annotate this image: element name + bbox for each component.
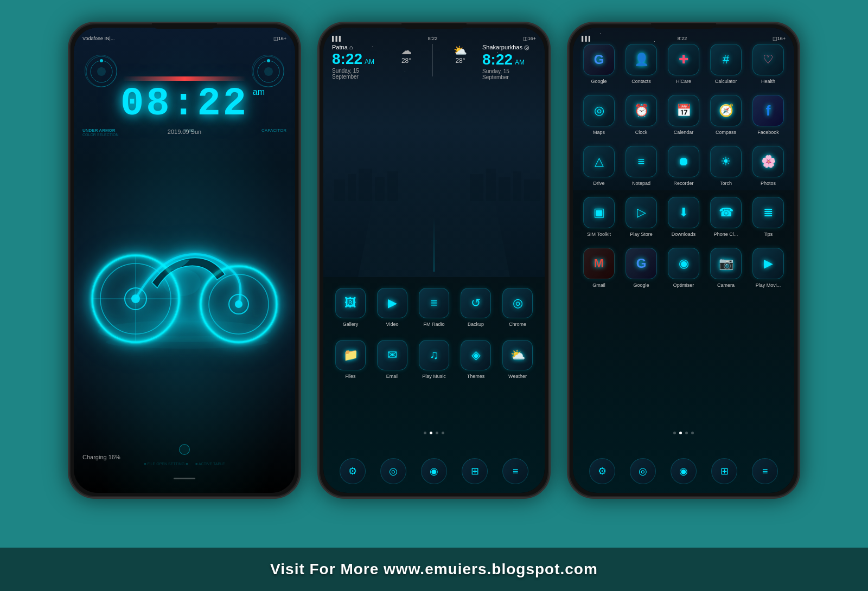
- p3-tips[interactable]: ≣ Tips: [749, 197, 788, 237]
- app-fmradio-label: FM Radio: [423, 322, 444, 327]
- svg-point-22: [163, 269, 201, 296]
- p3-bottom-grid[interactable]: ⊞: [711, 458, 737, 484]
- bottom-menu[interactable]: ≡: [502, 458, 528, 484]
- p3-camera-icon[interactable]: 📷: [710, 248, 742, 279]
- p3-notepad-icon[interactable]: ≡: [626, 146, 657, 177]
- recorder-icon-sym: ⏺: [678, 155, 690, 169]
- app-playmusic-icon[interactable]: ♫: [419, 340, 449, 370]
- svg-rect-29: [375, 177, 385, 201]
- app-files-icon[interactable]: 📁: [335, 340, 366, 370]
- p3-recorder[interactable]: ⏺ Recorder: [664, 146, 703, 186]
- app-backup-icon[interactable]: ↺: [461, 288, 491, 318]
- p3-playstore[interactable]: ▷ Play Store: [622, 197, 661, 237]
- p3-calculator-icon[interactable]: #: [710, 44, 742, 75]
- p3-google-icon[interactable]: G: [583, 44, 615, 75]
- app-chrome[interactable]: ◎ Chrome: [499, 288, 536, 327]
- svg-point-3: [100, 59, 103, 62]
- app-files[interactable]: 📁 Files: [332, 340, 369, 379]
- p3-bottom-camera[interactable]: ◉: [671, 458, 697, 484]
- phone-3: ▌▌▌ 8:22 ◫16+ G Google 👤 Contacts: [567, 22, 800, 499]
- p3-camera[interactable]: 📷 Camera: [706, 248, 745, 288]
- p3-bottom-menu[interactable]: ≡: [752, 458, 778, 484]
- app-video[interactable]: ▶ Video: [374, 288, 411, 327]
- bottom-settings[interactable]: ⚙: [340, 458, 366, 484]
- p3-playmovie-icon[interactable]: ▶: [752, 248, 784, 279]
- app-email-icon[interactable]: ✉: [377, 340, 407, 370]
- p3-contacts-icon[interactable]: 👤: [626, 44, 657, 75]
- p3-google2[interactable]: G Google: [622, 248, 661, 288]
- p3-calendar-icon[interactable]: 📅: [668, 95, 699, 126]
- app-weather-icon[interactable]: ⛅: [502, 340, 533, 370]
- gallery-symbol: 🖼: [344, 296, 356, 310]
- phone3-row-2: ◎ Maps ⏰ Clock 📅 Calendar 🧭 Compass: [579, 95, 788, 135]
- app-weather-label: Weather: [508, 374, 527, 379]
- app-themes-icon[interactable]: ◈: [461, 340, 491, 370]
- p3-maps[interactable]: ◎ Maps: [579, 95, 618, 135]
- p3-health[interactable]: ♡ Health: [749, 44, 788, 84]
- app-backup[interactable]: ↺ Backup: [457, 288, 494, 327]
- app-gallery-icon[interactable]: 🖼: [335, 288, 366, 318]
- app-themes[interactable]: ◈ Themes: [457, 340, 494, 379]
- phone1-circle-nav[interactable]: [179, 444, 190, 455]
- p3-recorder-icon[interactable]: ⏺: [668, 146, 699, 177]
- maps-icon-sym: ◎: [594, 104, 604, 118]
- p3-clock-icon[interactable]: ⏰: [626, 95, 657, 126]
- p3-simtoolkit[interactable]: ▣ SIM Toolkit: [579, 197, 618, 237]
- p3-hicare[interactable]: ✚ HiCare: [664, 44, 703, 84]
- p3-photos-icon[interactable]: 🌸: [752, 146, 784, 177]
- app-gallery[interactable]: 🖼 Gallery: [332, 288, 369, 327]
- p3-contacts[interactable]: 👤 Contacts: [622, 44, 661, 84]
- p3-clock[interactable]: ⏰ Clock: [622, 95, 661, 135]
- p3-simtoolkit-icon[interactable]: ▣: [583, 197, 615, 228]
- p3-optimiser-icon[interactable]: ◉: [668, 248, 699, 279]
- p3-bottom-settings[interactable]: ⚙: [589, 458, 615, 484]
- phone1-battery: ◫16+: [273, 36, 286, 41]
- p3-hicare-icon[interactable]: ✚: [668, 44, 699, 75]
- p3-downloads[interactable]: ⬇ Downloads: [664, 197, 703, 237]
- p3-phonecl[interactable]: ☎ Phone Cl...: [706, 197, 745, 237]
- p3-dot-2: [679, 432, 682, 434]
- p3-maps-icon[interactable]: ◎: [583, 95, 615, 126]
- bottom-face[interactable]: ◎: [380, 458, 406, 484]
- p3-calculator[interactable]: # Calculator: [706, 44, 745, 84]
- p3-drive[interactable]: △ Drive: [579, 146, 618, 186]
- p3-torch-icon[interactable]: ☀: [710, 146, 742, 177]
- p3-playstore-icon[interactable]: ▷: [626, 197, 657, 228]
- p3-tips-icon[interactable]: ≣: [752, 197, 784, 228]
- footer: Visit For More www.emuiers.blogspot.com: [0, 548, 868, 591]
- p3-clock-label: Clock: [635, 130, 648, 135]
- app-fmradio[interactable]: ≡ FM Radio: [416, 288, 452, 327]
- p3-playmovie[interactable]: ▶ Play Movi...: [749, 248, 788, 288]
- app-chrome-icon[interactable]: ◎: [502, 288, 533, 318]
- p3-facebook-icon[interactable]: f: [752, 95, 784, 126]
- p3-facebook[interactable]: f Facebook: [749, 95, 788, 135]
- app-fmradio-icon[interactable]: ≡: [419, 288, 449, 318]
- weather-symbol: ⛅: [510, 348, 525, 362]
- app-video-icon[interactable]: ▶: [377, 288, 407, 318]
- phone1-carrier: Vodafone IN|...: [82, 36, 114, 41]
- p3-bottom-face[interactable]: ◎: [630, 458, 656, 484]
- p3-phonecl-icon[interactable]: ☎: [710, 197, 742, 228]
- p3-optimiser[interactable]: ◉ Optimiser: [664, 248, 703, 288]
- p3-downloads-icon[interactable]: ⬇: [668, 197, 699, 228]
- p3-health-icon[interactable]: ♡: [752, 44, 784, 75]
- p3-compass[interactable]: 🧭 Compass: [706, 95, 745, 135]
- p3-calendar[interactable]: 📅 Calendar: [664, 95, 703, 135]
- p3-gmail[interactable]: M Gmail: [579, 248, 618, 288]
- p3-drive-icon[interactable]: △: [583, 146, 615, 177]
- app-weather[interactable]: ⛅ Weather: [499, 340, 536, 379]
- bottom-camera[interactable]: ◉: [421, 458, 447, 484]
- app-playmusic[interactable]: ♫ Play Music: [416, 340, 452, 379]
- p3-torch[interactable]: ☀ Torch: [706, 146, 745, 186]
- bottom-grid[interactable]: ⊞: [462, 458, 488, 484]
- app-email[interactable]: ✉ Email: [374, 340, 411, 379]
- p3-gmail-icon[interactable]: M: [583, 248, 615, 279]
- svg-rect-35: [524, 179, 540, 201]
- p3-photos[interactable]: 🌸 Photos: [749, 146, 788, 186]
- p3-notepad[interactable]: ≡ Notepad: [622, 146, 661, 186]
- p3-google[interactable]: G Google: [579, 44, 618, 84]
- p3-compass-icon[interactable]: 🧭: [710, 95, 742, 126]
- p3-google2-icon[interactable]: G: [626, 248, 657, 279]
- p3-compass-label: Compass: [716, 130, 736, 135]
- svg-point-6: [264, 67, 273, 76]
